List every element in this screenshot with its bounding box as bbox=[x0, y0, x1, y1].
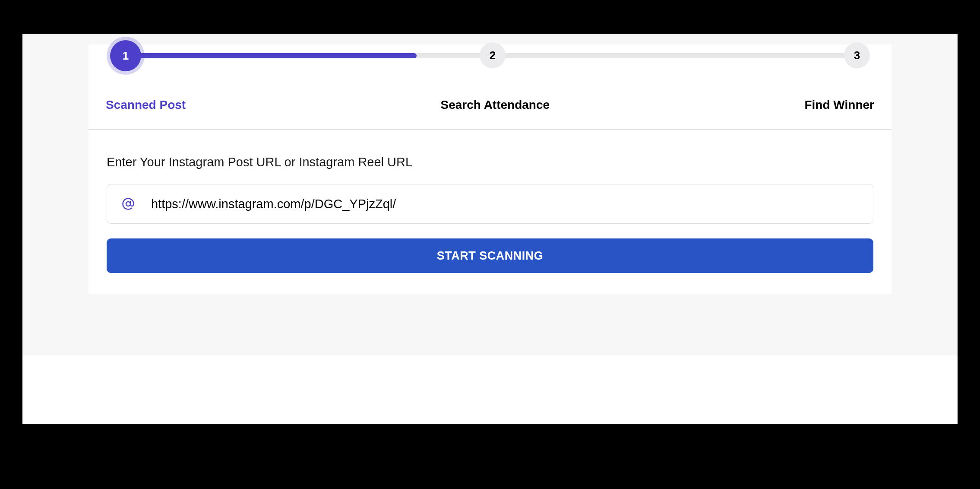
at-icon bbox=[122, 197, 135, 210]
form-section: Enter Your Instagram Post URL or Instagr… bbox=[89, 130, 891, 294]
main-card: 1 2 3 Scanned Post Search Attendance Fin… bbox=[89, 44, 891, 294]
stepper-nodes: 1 2 3 bbox=[89, 44, 891, 76]
url-input-label: Enter Your Instagram Post URL or Instagr… bbox=[107, 155, 873, 169]
step-labels: Scanned Post Search Attendance Find Winn… bbox=[89, 76, 891, 129]
step-label-scanned-post: Scanned Post bbox=[106, 98, 186, 112]
step-label-search-attendance: Search Attendance bbox=[186, 98, 804, 112]
step-label-find-winner: Find Winner bbox=[804, 98, 874, 112]
url-input-wrapper[interactable] bbox=[107, 184, 873, 224]
step-circle-1[interactable]: 1 bbox=[110, 40, 141, 71]
page-container: 1 2 3 Scanned Post Search Attendance Fin… bbox=[22, 34, 958, 356]
url-input[interactable] bbox=[135, 184, 873, 223]
step-circle-3[interactable]: 3 bbox=[844, 42, 870, 68]
step-circle-2[interactable]: 2 bbox=[480, 42, 506, 68]
start-scanning-button[interactable]: START SCANNING bbox=[107, 238, 873, 273]
svg-point-0 bbox=[126, 202, 130, 206]
bottom-spacer bbox=[22, 356, 958, 424]
stepper: 1 2 3 Scanned Post Search Attendance Fin… bbox=[89, 44, 891, 129]
